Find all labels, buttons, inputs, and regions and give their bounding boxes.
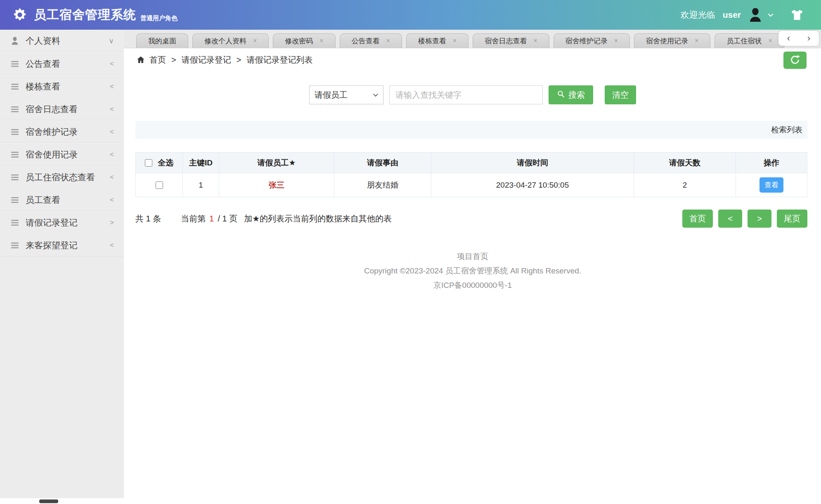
search-input[interactable] — [389, 85, 543, 104]
close-icon[interactable]: × — [768, 37, 772, 45]
sidebar-item-profile[interactable]: 个人资料 ∨ — [0, 30, 124, 52]
tab-my-desktop[interactable]: 我的桌面 — [136, 33, 188, 48]
current-page-number: 1 — [209, 214, 214, 224]
pagination-bar: 共 1 条 当前第 1 / 1 页 加★的列表示当前列的数据来自其他的表 首页 … — [135, 210, 807, 228]
records-table: 全选 主键ID 请假员工★ 请假事由 请假时间 请假天数 操作 1 — [135, 152, 807, 197]
sidebar-item-announcements[interactable]: 公告查看 < — [0, 52, 124, 75]
menu-list-icon — [10, 195, 20, 205]
tab-change-password[interactable]: 修改密码 × — [273, 33, 335, 48]
close-icon[interactable]: × — [695, 37, 698, 45]
sidebar-item-label: 员工住宿状态查看 — [26, 172, 95, 183]
row-days-cell: 2 — [634, 173, 736, 197]
sidebar-item-employees[interactable]: 员工查看 < — [0, 188, 124, 211]
refresh-button[interactable] — [783, 52, 807, 69]
tab-usage[interactable]: 宿舍使用记录 × — [634, 33, 710, 48]
employee-link[interactable]: 张三 — [269, 181, 284, 189]
tab-edit-profile[interactable]: 修改个人资料 × — [192, 33, 269, 48]
pager-buttons: 首页 < > 尾页 — [682, 210, 807, 228]
column-header-time: 请假时间 — [431, 153, 634, 173]
sidebar-item-label: 公告查看 — [26, 58, 60, 70]
tab-dorm-logs[interactable]: 宿舍日志查看 × — [473, 33, 549, 48]
tab-label: 修改个人资料 — [204, 36, 246, 46]
tab-scroll-left-icon[interactable]: ‹ — [784, 33, 793, 44]
next-page-button[interactable]: > — [748, 210, 771, 228]
search-icon — [557, 90, 565, 100]
breadcrumb-separator: > — [237, 55, 241, 65]
sidebar-item-dorm-logs[interactable]: 宿舍日志查看 < — [0, 98, 124, 120]
app-title: 员工宿舍管理系统 — [34, 7, 136, 24]
menu-list-icon — [10, 104, 20, 114]
breadcrumb-home[interactable]: 首页 — [149, 54, 166, 66]
column-header-reason: 请假事由 — [334, 153, 431, 173]
sidebar-item-label: 宿舍使用记录 — [26, 149, 78, 160]
chevron-icon: ∨ — [109, 37, 114, 45]
tab-label: 宿舍维护记录 — [565, 36, 608, 46]
tab-label: 公告查看 — [352, 36, 380, 46]
close-icon[interactable]: × — [533, 37, 537, 45]
app-header: 员工宿舍管理系统 普通用户角色 欢迎光临 user — [0, 0, 821, 30]
select-all-label: 全选 — [158, 158, 173, 167]
chevron-icon: < — [110, 173, 114, 181]
close-icon[interactable]: × — [614, 37, 618, 45]
view-button[interactable]: 查看 — [759, 177, 783, 193]
chevron-icon: < — [110, 60, 114, 68]
sidebar-item-usage[interactable]: 宿舍使用记录 < — [0, 143, 124, 166]
table-header-row: 全选 主键ID 请假员工★ 请假事由 请假时间 请假天数 操作 — [136, 153, 807, 173]
column-header-id: 主键ID — [183, 153, 219, 173]
row-time-cell: 2023-04-27 10:50:05 — [431, 173, 634, 197]
tab-buildings[interactable]: 楼栋查看 × — [406, 33, 468, 48]
select-all-checkbox[interactable] — [145, 159, 152, 167]
tab-label: 宿舍日志查看 — [485, 36, 527, 46]
gear-icon — [12, 7, 28, 23]
sidebar-item-label: 楼栋查看 — [26, 81, 60, 92]
breadcrumb-separator: > — [171, 55, 176, 65]
first-page-button[interactable]: 首页 — [682, 210, 713, 228]
prev-page-button[interactable]: < — [718, 210, 742, 228]
username: user — [723, 10, 741, 20]
menu-list-icon — [10, 59, 20, 69]
sidebar-item-buildings[interactable]: 楼栋查看 < — [0, 75, 124, 98]
tab-residence-status[interactable]: 员工住宿状 × — [715, 33, 784, 48]
chevron-down-icon[interactable] — [767, 11, 775, 19]
welcome-text: 欢迎光临 — [681, 9, 715, 21]
tab-maintenance[interactable]: 宿舍维护记录 × — [554, 33, 630, 48]
sidebar: 个人资料 ∨ 公告查看 < 楼栋查看 < 宿舍日志查看 < 宿舍维护记录 < 宿… — [0, 30, 124, 498]
filter-select[interactable]: 请假员工 — [309, 85, 383, 104]
column-header-actions: 操作 — [736, 153, 807, 173]
clear-button[interactable]: 清空 — [605, 85, 636, 104]
row-employee-cell: 张三 — [219, 173, 334, 197]
sidebar-item-label: 请假记录登记 — [26, 217, 78, 228]
sidebar-item-maintenance[interactable]: 宿舍维护记录 < — [0, 120, 124, 143]
close-icon[interactable]: × — [386, 37, 390, 45]
sidebar-item-residence-status[interactable]: 员工住宿状态查看 < — [0, 166, 124, 188]
sidebar-item-leave-records[interactable]: 请假记录登记 > — [0, 211, 124, 234]
breadcrumb-section[interactable]: 请假记录登记 — [182, 54, 231, 66]
tab-announcements[interactable]: 公告查看 × — [340, 33, 402, 48]
sidebar-item-label: 宿舍日志查看 — [26, 104, 78, 115]
project-home-link[interactable]: 项目首页 — [457, 252, 488, 261]
close-icon[interactable]: × — [253, 37, 257, 45]
chevron-icon: < — [110, 128, 114, 136]
icp-text: 京ICP备00000000号-1 — [124, 278, 821, 292]
sidebar-item-label: 宿舍维护记录 — [26, 126, 78, 138]
theme-shirt-icon[interactable] — [790, 8, 804, 21]
sidebar-item-visitor-records[interactable]: 来客探望登记 < — [0, 234, 124, 257]
user-avatar-icon[interactable] — [747, 6, 764, 24]
horizontal-scrollbar-thumb[interactable] — [39, 499, 58, 503]
column-header-employee: 请假员工★ — [219, 153, 334, 173]
table-row: 1 张三 朋友结婚 2023-04-27 10:50:05 2 查看 — [136, 173, 807, 197]
chevron-icon: < — [110, 241, 114, 250]
chevron-icon: < — [110, 105, 114, 113]
search-button-label: 搜索 — [568, 89, 585, 101]
row-checkbox[interactable] — [156, 181, 163, 189]
tab-label: 宿舍使用记录 — [646, 36, 688, 46]
tab-scroll-right-icon[interactable]: › — [804, 33, 814, 44]
close-icon[interactable]: × — [319, 37, 323, 45]
current-page-label: 当前第 — [181, 213, 206, 224]
list-header-label: 检索列表 — [771, 125, 802, 135]
row-actions-cell: 查看 — [736, 173, 807, 197]
search-button[interactable]: 搜索 — [549, 85, 593, 104]
close-icon[interactable]: × — [453, 37, 457, 45]
last-page-button[interactable]: 尾页 — [777, 210, 807, 228]
tab-scroll-controls: ‹ › — [778, 31, 819, 46]
